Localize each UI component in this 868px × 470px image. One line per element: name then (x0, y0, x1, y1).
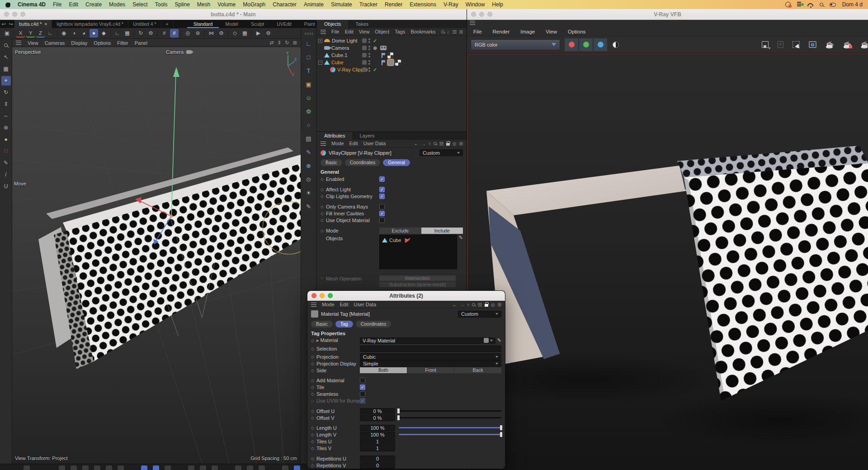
close-window-button[interactable] (4, 12, 9, 17)
visibility-dots[interactable] (368, 46, 370, 50)
length-u-value[interactable]: 100 % (360, 425, 395, 431)
rectangle-select-icon[interactable]: ▦ (1, 64, 11, 74)
repetitions-v-value[interactable]: 0 (360, 462, 395, 469)
layout-tab-standard[interactable]: Standard (187, 20, 219, 28)
am-filter-icon[interactable] (439, 142, 443, 145)
lens-command-icon[interactable]: ⊙ (303, 174, 314, 185)
rotate-snap-icon[interactable]: ↻ (137, 29, 145, 38)
menu-edit[interactable]: Edit (69, 1, 78, 8)
pill-general[interactable]: General (383, 159, 410, 166)
use-object-material-checkbox[interactable] (379, 218, 385, 223)
vfb-menu-options[interactable]: Options (568, 29, 586, 34)
scale-tool-icon[interactable]: ⇕ (1, 100, 11, 109)
only-camera-rays-checkbox[interactable] (379, 204, 385, 209)
add-material-checkbox[interactable] (360, 378, 365, 383)
doc-tab-butta[interactable]: butta.c4d * × (14, 20, 52, 28)
alpha-channel-icon[interactable] (613, 42, 619, 48)
am-hamburger-icon[interactable] (321, 142, 326, 146)
menu-window[interactable]: Window (466, 1, 485, 8)
layer-toggle[interactable] (362, 60, 367, 65)
layer-toggle[interactable] (362, 53, 367, 57)
enabled-check-icon[interactable]: ✓ (373, 67, 377, 73)
brush-tool-icon[interactable]: ● (1, 135, 11, 144)
menu-spline[interactable]: Spline (175, 1, 190, 8)
om-menu-tags[interactable]: Tags (395, 29, 405, 34)
lock-icon-active[interactable] (485, 304, 488, 307)
side-both-button[interactable]: Both (360, 367, 407, 373)
orbit-view-icon[interactable]: ↻ (285, 40, 289, 46)
tile-checkbox[interactable] (360, 385, 365, 390)
red-channel-button[interactable] (565, 38, 578, 51)
offset-u-slider[interactable] (399, 410, 501, 412)
om-hamburger-icon[interactable] (321, 30, 326, 34)
render-region-select-icon[interactable] (793, 41, 800, 48)
vp-menu-options[interactable]: Options (94, 40, 111, 46)
rotate-tool-icon[interactable]: ↻ (1, 88, 11, 97)
forward-icon[interactable]: → (460, 302, 464, 307)
sphere-command-icon[interactable]: ○ (303, 120, 314, 131)
timeline-button[interactable] (106, 465, 112, 470)
am-menu-userdata[interactable]: User Data (363, 141, 386, 146)
generator-icon[interactable]: ▦ (241, 29, 249, 38)
render-canvas[interactable] (467, 53, 868, 470)
length-v-slider[interactable] (399, 434, 501, 435)
offset-u-value[interactable]: 0 % (360, 408, 395, 414)
rectangle-command-icon[interactable]: □ (303, 52, 314, 63)
workplane-tool-icon[interactable]: ▣ (3, 29, 11, 38)
camera-selector[interactable]: Camera (166, 49, 192, 55)
am-menu-edit[interactable]: Edit (349, 141, 358, 146)
timeline-button[interactable] (188, 465, 194, 470)
cube-command-icon[interactable]: ▣ (303, 79, 314, 90)
popout-icon[interactable]: ⊞ (498, 302, 501, 307)
tiles-v-value[interactable]: 1 (360, 445, 395, 451)
coordinate-system-icon[interactable]: ∟ (46, 29, 55, 38)
zoom-window-button[interactable] (487, 12, 492, 17)
vfb-menu-render[interactable]: Render (493, 29, 510, 34)
render-settings-icon[interactable]: ⚙ (264, 29, 273, 38)
pen-tool-icon[interactable]: ✎ (1, 158, 11, 168)
channel-dropdown[interactable]: RGB color (471, 39, 560, 50)
doc-tab-lightbox[interactable]: lightbox lampadario Vray6.c4d * (52, 20, 128, 28)
projection-display-dropdown[interactable]: Simple (360, 360, 501, 367)
axis-x-lock-icon[interactable]: X (16, 29, 25, 38)
texture-mode-icon[interactable]: ▦ (123, 29, 132, 38)
redo-icon[interactable]: ↪ (7, 21, 14, 27)
viewport-canvas[interactable]: Perspective Camera Y Z X Move View Trans… (12, 47, 301, 464)
object-mode-icon[interactable]: ◆ (99, 29, 108, 38)
selection-field[interactable] (360, 346, 501, 352)
tab-takes[interactable]: Takes (348, 20, 376, 28)
enabled-checkbox[interactable] (379, 176, 385, 182)
app-menu[interactable]: Cinema 4D (18, 1, 46, 8)
forward-icon[interactable]: → (421, 141, 426, 146)
back-icon[interactable]: ← (453, 302, 457, 307)
camera-tag-icon[interactable] (380, 46, 387, 50)
no-render-icon[interactable] (405, 237, 410, 243)
length-u-slider[interactable] (399, 427, 501, 428)
zoom-tool-icon[interactable] (1, 41, 11, 50)
render-icon[interactable]: ☕ (860, 41, 868, 49)
menu-animate[interactable]: Animate (304, 1, 324, 8)
phong-tag-icon[interactable] (380, 52, 386, 58)
render-view-icon[interactable]: ▶ (254, 29, 263, 38)
wifi-icon[interactable] (807, 3, 813, 6)
render-last-icon[interactable]: ☕ (826, 41, 834, 49)
green-channel-button[interactable] (579, 38, 593, 51)
dolly-view-icon[interactable]: ⇕ (277, 40, 281, 46)
sketch-command-icon[interactable]: ✎ (303, 201, 314, 212)
screen-record-icon[interactable] (785, 2, 791, 7)
object-row-vray-clipper[interactable]: V-Ray Clipper ✓ (317, 66, 467, 73)
enabled-check-icon[interactable]: ✓ (373, 38, 377, 44)
zoom-window-button[interactable] (328, 293, 333, 298)
tab-attributes[interactable]: Attributes (317, 132, 352, 140)
expand-arrow-icon[interactable]: ▸ (316, 337, 321, 343)
doc-tab-untitled[interactable]: Untitled 4 * (128, 20, 161, 28)
om-menu-file[interactable]: File (331, 29, 340, 34)
vfb-title-bar[interactable]: V-Ray VFB (467, 9, 868, 20)
interactive-render-icon[interactable]: ☕ (843, 41, 852, 49)
pill-tag[interactable]: Tag (335, 321, 353, 328)
timeline-button[interactable] (94, 465, 100, 470)
mode-exclude-button[interactable]: Exclude (379, 228, 421, 234)
visibility-dots[interactable] (368, 67, 370, 72)
timeline-button[interactable] (165, 465, 171, 470)
om-menu-edit[interactable]: Edit (345, 29, 354, 34)
